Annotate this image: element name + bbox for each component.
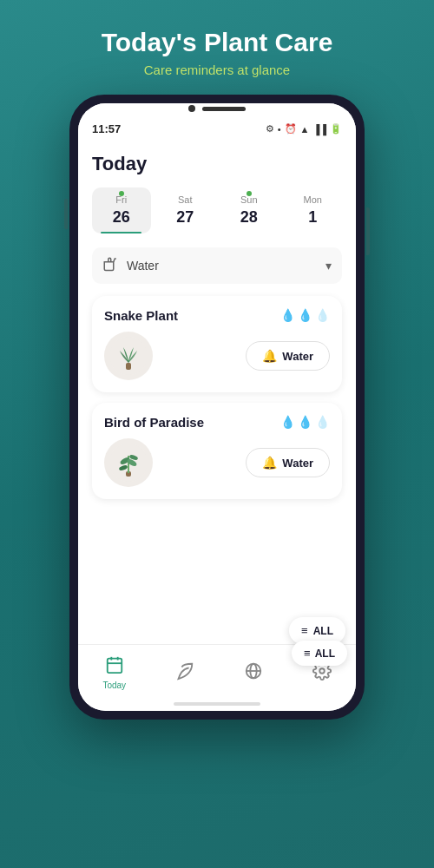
day-num-fri: 26 (113, 208, 130, 227)
leaf-icon (175, 661, 194, 685)
battery-icon: 🔋 (330, 123, 342, 135)
calendar-row: Fri 26 Sat 27 Sun 28 Mon (92, 187, 342, 233)
page-wrapper: Today's Plant Care Care reminders at gla… (0, 0, 434, 868)
water-button-1[interactable]: 🔔 Water (246, 341, 330, 371)
water-drops-1: 💧 💧 💧 (280, 308, 330, 322)
page-subtitle: Care reminders at glance (102, 62, 333, 77)
plant-avatar-1 (104, 332, 153, 380)
camera-dot (188, 105, 195, 112)
status-time: 11:57 (92, 122, 121, 135)
svg-point-16 (319, 668, 325, 674)
globe-icon (244, 661, 263, 685)
app-content: Today Fri 26 Sat 27 Sun (78, 139, 356, 644)
plant-card-body-2: 🔔 Water (104, 438, 330, 487)
plant-name-2: Bird of Paradise (104, 415, 204, 430)
water-btn-label-2: Water (282, 457, 313, 470)
home-indicator (174, 702, 260, 706)
settings-icon: ⚙ (266, 123, 274, 135)
plant-avatar-2 (104, 438, 153, 487)
all-button-label: ALL (315, 648, 335, 660)
notch-area (78, 103, 356, 115)
calendar-day-sat[interactable]: Sat 27 (156, 187, 215, 233)
svg-rect-9 (108, 659, 122, 674)
day-name-sat: Sat (178, 194, 193, 205)
list-icon: ≡ (301, 624, 308, 637)
page-title: Today's Plant Care (102, 28, 333, 57)
nav-today-label: Today (102, 681, 126, 690)
water-button-2[interactable]: 🔔 Water (246, 448, 330, 477)
plant-name-1: Snake Plant (104, 308, 178, 323)
filter-left: Water (102, 256, 159, 275)
speaker-bar (202, 107, 246, 111)
water-drops-2: 💧 💧 💧 (280, 415, 330, 429)
plant-card-header-2: Bird of Paradise 💧 💧 💧 (104, 415, 330, 430)
day-num-mon: 1 (308, 208, 317, 227)
day-name-mon: Mon (304, 194, 322, 205)
filter-label: Water (127, 259, 159, 273)
plant-card-body-1: 🔔 Water (104, 332, 330, 380)
status-icons: ⚙ • ⏰ ▲ ▐▐ 🔋 (266, 123, 342, 135)
plant-card-snake-plant: Snake Plant 💧 💧 💧 (92, 296, 342, 392)
plant-card-bird-of-paradise: Bird of Paradise 💧 💧 💧 (92, 403, 342, 499)
filter-bar[interactable]: Water ▾ (92, 247, 342, 284)
plant-card-header-1: Snake Plant 💧 💧 💧 (104, 308, 330, 323)
chevron-down-icon: ▾ (326, 259, 332, 273)
drop-2-2: 💧 (298, 415, 312, 429)
status-bar: 11:57 ⚙ • ⏰ ▲ ▐▐ 🔋 (78, 115, 356, 139)
calendar-day-mon[interactable]: Mon 1 (284, 187, 343, 233)
nav-plants[interactable] (165, 658, 205, 688)
list-lines-icon: ≡ (304, 647, 311, 660)
drop-1-2: 💧 (298, 308, 312, 322)
nav-globe[interactable] (233, 658, 273, 688)
dot-icon: • (278, 124, 281, 135)
bell-icon-2: 🔔 (262, 456, 277, 470)
nav-today[interactable]: Today (92, 652, 136, 694)
page-header: Today's Plant Care Care reminders at gla… (84, 0, 351, 95)
day-num-sat: 27 (176, 208, 194, 227)
water-btn-label-1: Water (282, 350, 313, 363)
drop-1-3: 💧 (315, 308, 330, 322)
calendar-icon (105, 655, 124, 679)
phone-bottom (78, 699, 356, 711)
day-dot-fri (119, 191, 124, 196)
section-title: Today (92, 153, 342, 175)
phone-frame: 11:57 ⚙ • ⏰ ▲ ▐▐ 🔋 Today Fri (69, 95, 365, 720)
all-label: ALL (313, 625, 333, 637)
drop-2-1: 💧 (280, 415, 295, 429)
svg-rect-1 (126, 363, 131, 370)
phone-screen: 11:57 ⚙ • ⏰ ▲ ▐▐ 🔋 Today Fri (78, 103, 356, 711)
bell-icon-1: 🔔 (262, 349, 277, 363)
day-dot-sun (247, 191, 252, 196)
all-button[interactable]: ≡ ALL (292, 641, 347, 666)
watering-can-icon (102, 256, 118, 275)
calendar-day-sun[interactable]: Sun 28 (220, 187, 279, 233)
calendar-day-fri[interactable]: Fri 26 (92, 187, 151, 233)
alarm-icon: ⏰ (285, 123, 297, 135)
day-num-sun: 28 (240, 208, 258, 227)
drop-1-1: 💧 (280, 308, 295, 322)
drop-2-3: 💧 (315, 415, 330, 429)
day-underline-fri (101, 232, 141, 233)
signal-icon: ▐▐ (312, 124, 326, 135)
wifi-icon: ▲ (300, 124, 310, 135)
